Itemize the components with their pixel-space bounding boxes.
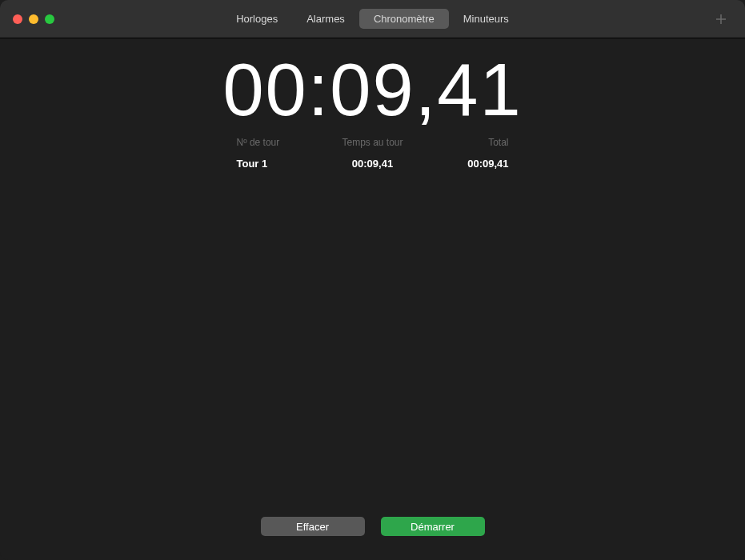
laps-header: Nº de tour Temps au tour Total: [237, 137, 509, 154]
maximize-button[interactable]: [45, 14, 54, 24]
lap-row: Tour 1 00:09,41 00:09,41: [237, 154, 509, 173]
tab-segmented-control: Horloges Alarmes Chronomètre Minuteurs: [222, 9, 523, 29]
traffic-lights: [0, 14, 54, 24]
tab-stopwatch[interactable]: Chronomètre: [359, 9, 449, 29]
laps-table: Nº de tour Temps au tour Total Tour 1 00…: [237, 137, 509, 173]
header-total: Total: [418, 137, 508, 148]
clear-button[interactable]: Effacer: [261, 517, 365, 536]
header-lap-number: Nº de tour: [237, 137, 327, 148]
tab-world-clock[interactable]: Horloges: [222, 9, 292, 29]
minimize-button[interactable]: [29, 14, 38, 24]
header-lap-time: Temps au tour: [327, 137, 418, 148]
start-button[interactable]: Démarrer: [381, 517, 485, 536]
tab-alarms[interactable]: Alarmes: [292, 9, 359, 29]
lap-name: Tour 1: [237, 158, 327, 170]
add-button[interactable]: [710, 8, 732, 30]
main-content: 00:09,41 Nº de tour Temps au tour Total …: [0, 38, 745, 560]
titlebar: Horloges Alarmes Chronomètre Minuteurs: [0, 0, 745, 38]
lap-total: 00:09,41: [418, 158, 508, 170]
stopwatch-time-display: 00:09,41: [222, 48, 522, 132]
tab-timers[interactable]: Minuteurs: [449, 9, 523, 29]
bottom-buttons: Effacer Démarrer: [261, 517, 485, 536]
plus-icon: [714, 12, 728, 26]
close-button[interactable]: [13, 14, 22, 24]
lap-time: 00:09,41: [327, 158, 418, 170]
